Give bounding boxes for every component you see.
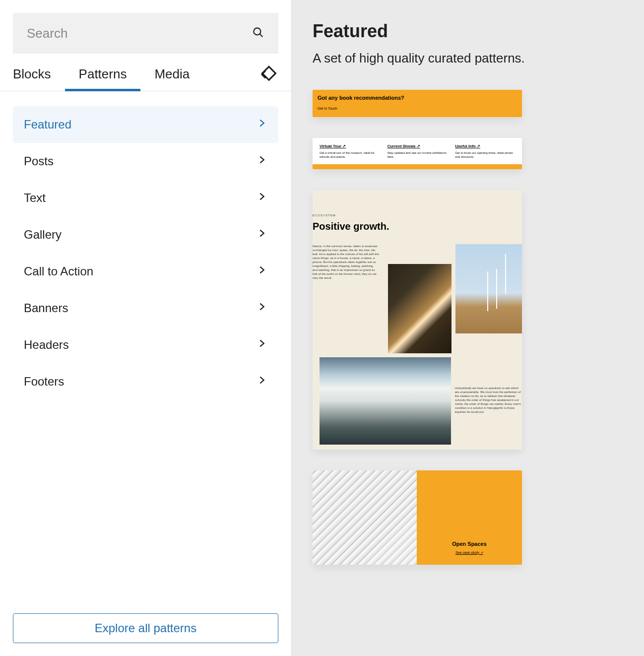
pattern-paragraph: Nature, in the common sense, refers to e… bbox=[313, 244, 379, 280]
chevron-right-icon bbox=[257, 375, 267, 389]
category-footers[interactable]: Footers bbox=[13, 363, 278, 400]
pattern-accent-strip bbox=[313, 164, 522, 169]
pattern-link: See case study ↗ bbox=[455, 551, 483, 555]
pattern-col: Current Shows ↗ Stay updated and see our… bbox=[387, 144, 448, 159]
forest-image bbox=[388, 264, 451, 353]
tab-patterns[interactable]: Patterns bbox=[65, 58, 141, 91]
chevron-right-icon bbox=[257, 264, 267, 278]
category-label: Posts bbox=[24, 154, 54, 168]
category-headers[interactable]: Headers bbox=[13, 327, 278, 363]
tab-blocks[interactable]: Blocks bbox=[13, 58, 65, 91]
pattern-col: Useful Info ↗ Get to know our opening ti… bbox=[455, 144, 515, 159]
category-label: Banners bbox=[24, 301, 68, 315]
col-title: Virtual Tour ↗ bbox=[320, 144, 380, 148]
category-label: Text bbox=[24, 191, 46, 205]
pattern-preview-open-spaces[interactable]: Open Spaces See case study ↗ bbox=[313, 470, 522, 565]
category-label: Call to Action bbox=[24, 264, 93, 278]
col-title: Current Shows ↗ bbox=[387, 144, 448, 148]
category-featured[interactable]: Featured bbox=[13, 106, 278, 143]
inserter-sidebar: Blocks Patterns Media Featured Posts Tex… bbox=[0, 0, 292, 656]
search-icon bbox=[252, 26, 264, 41]
pattern-columns: Virtual Tour ↗ Get a virtual tour of the… bbox=[313, 138, 522, 164]
explore-all-patterns-button[interactable]: Explore all patterns bbox=[13, 613, 278, 643]
pattern-paragraph: Undoubtedly we have no questions to ask … bbox=[455, 357, 522, 445]
insert-tabs: Blocks Patterns Media bbox=[0, 58, 291, 91]
chevron-right-icon bbox=[257, 228, 267, 242]
pattern-preview-growth[interactable]: ECOSYSTEM Positive growth. Nature, in th… bbox=[313, 190, 522, 450]
category-label: Footers bbox=[24, 375, 64, 389]
svg-rect-1 bbox=[262, 66, 276, 80]
pattern-row: Nature, in the common sense, refers to e… bbox=[313, 244, 522, 353]
pattern-preview-columns[interactable]: Virtual Tour ↗ Get a virtual tour of the… bbox=[313, 138, 522, 169]
col-desc: Get to know our opening times, ticket pr… bbox=[455, 151, 515, 159]
pattern-row: Undoubtedly we have no questions to ask … bbox=[313, 357, 522, 445]
svg-point-0 bbox=[254, 28, 260, 35]
pattern-heading: Got any book recommendations? bbox=[318, 95, 517, 101]
category-label: Headers bbox=[24, 338, 69, 352]
category-posts[interactable]: Posts bbox=[13, 143, 278, 180]
pattern-title: Open Spaces bbox=[452, 541, 487, 547]
pattern-col: Virtual Tour ↗ Get a virtual tour of the… bbox=[320, 144, 380, 159]
coast-image bbox=[320, 357, 451, 445]
pattern-kicker: ECOSYSTEM bbox=[313, 214, 522, 221]
chevron-right-icon bbox=[257, 154, 267, 168]
chevron-right-icon bbox=[257, 118, 267, 131]
col-desc: Stay updated and see our current exhibit… bbox=[387, 151, 448, 159]
pattern-headline: Positive growth. bbox=[313, 221, 522, 232]
chevron-right-icon bbox=[257, 191, 267, 205]
category-cta[interactable]: Call to Action bbox=[13, 253, 278, 290]
pattern-categories: Featured Posts Text Gallery Call to Acti… bbox=[0, 91, 291, 603]
search-box[interactable] bbox=[13, 13, 278, 54]
col-title: Useful Info ↗ bbox=[455, 144, 515, 148]
search-input[interactable] bbox=[27, 26, 252, 41]
pattern-button-label: Get In Touch bbox=[318, 107, 517, 110]
patterns-explorer-icon[interactable] bbox=[259, 65, 278, 84]
chevron-right-icon bbox=[257, 301, 267, 315]
abstract-lines-image bbox=[313, 470, 417, 565]
preview-title: Featured bbox=[313, 21, 644, 42]
col-desc: Get a virtual tour of the museum. Ideal … bbox=[320, 151, 380, 159]
category-label: Featured bbox=[24, 118, 71, 131]
category-banners[interactable]: Banners bbox=[13, 290, 278, 327]
preview-subtitle: A set of high quality curated patterns. bbox=[313, 51, 644, 66]
windmills-image bbox=[455, 244, 522, 333]
tab-media[interactable]: Media bbox=[140, 58, 203, 91]
pattern-preview-cta[interactable]: Got any book recommendations? Get In Tou… bbox=[313, 90, 522, 117]
pattern-panel: Open Spaces See case study ↗ bbox=[417, 470, 522, 565]
pattern-preview-pane: Featured A set of high quality curated p… bbox=[292, 0, 644, 656]
chevron-right-icon bbox=[257, 338, 267, 352]
category-gallery[interactable]: Gallery bbox=[13, 216, 278, 253]
category-text[interactable]: Text bbox=[13, 180, 278, 216]
category-label: Gallery bbox=[24, 228, 62, 242]
search-wrap bbox=[0, 0, 291, 58]
